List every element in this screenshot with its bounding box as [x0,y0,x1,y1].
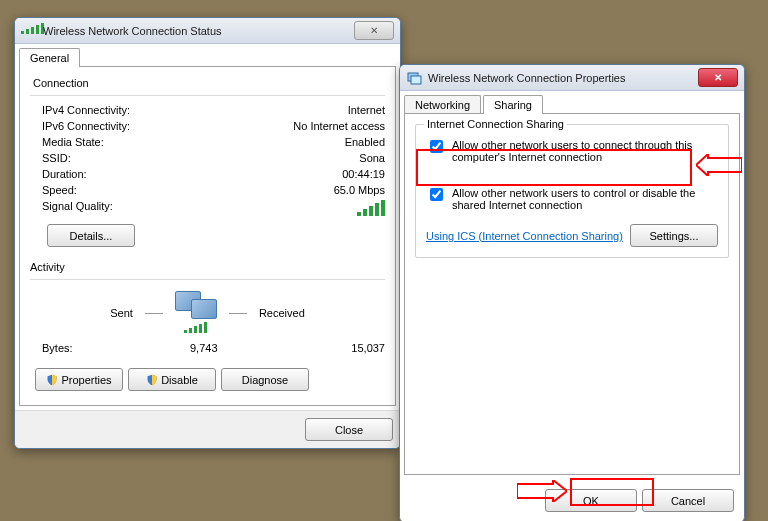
media-value: Enabled [345,136,385,148]
ipv6-value: No Internet access [293,120,385,132]
details-button[interactable]: Details... [47,224,135,247]
status-window: Wireless Network Connection Status ✕ Gen… [14,17,401,449]
activity-legend: Activity [30,261,385,273]
wifi-icon [21,23,37,39]
ics-link[interactable]: Using ICS (Internet Connection Sharing) [426,230,623,242]
shield-icon [46,374,58,386]
disable-button[interactable]: Disable [128,368,216,391]
allow-control-row: Allow other network users to control or … [426,184,718,214]
allow-control-label[interactable]: Allow other network users to control or … [452,187,718,211]
props-footer: OK Cancel [400,479,744,521]
duration-value: 00:44:19 [342,168,385,180]
ipv4-label: IPv4 Connectivity: [42,104,130,116]
monitors-icon [175,291,217,323]
ssid-value: Sona [359,152,385,164]
properties-window: Wireless Network Connection Properties ✕… [399,64,745,521]
speed-label: Speed: [42,184,77,196]
activity-group: Activity Sent Received Bytes: 9,743 15,0… [30,261,385,356]
tab-general[interactable]: General [19,48,80,67]
diagnose-button[interactable]: Diagnose [221,368,309,391]
properties-button[interactable]: Properties [35,368,123,391]
status-title: Wireless Network Connection Status [43,25,354,37]
sent-label: Sent [110,307,133,319]
ipv4-value: Internet [348,104,385,116]
ics-group: Internet Connection Sharing Allow other … [415,124,729,258]
allow-control-checkbox[interactable] [430,188,443,201]
duration-label: Duration: [42,168,87,180]
settings-button[interactable]: Settings... [630,224,718,247]
cancel-button[interactable]: Cancel [642,489,734,512]
signal-small-icon [184,322,207,333]
status-footer: Close [15,410,400,448]
speed-value: 65.0 Mbps [334,184,385,196]
status-tabs: General [15,44,400,67]
signal-label: Signal Quality: [42,200,113,216]
bytes-label: Bytes: [42,342,73,354]
connection-legend: Connection [30,77,385,89]
close-button[interactable]: ✕ [698,68,738,87]
status-content: Connection IPv4 Connectivity:Internet IP… [19,66,396,406]
allow-connect-row: Allow other network users to connect thr… [426,133,718,166]
close-button[interactable]: ✕ [354,21,394,40]
signal-bars-icon [357,200,385,216]
tab-networking[interactable]: Networking [404,95,481,114]
shield-icon [146,374,158,386]
status-titlebar[interactable]: Wireless Network Connection Status ✕ [15,18,400,44]
ipv6-label: IPv6 Connectivity: [42,120,130,132]
props-tabs: Networking Sharing [400,91,744,114]
allow-connect-label[interactable]: Allow other network users to connect thr… [452,139,718,163]
media-label: Media State: [42,136,104,148]
tab-sharing[interactable]: Sharing [483,95,543,114]
ok-button[interactable]: OK [545,489,637,512]
close-button-footer[interactable]: Close [305,418,393,441]
received-value: 15,037 [351,342,385,354]
props-title: Wireless Network Connection Properties [428,72,698,84]
network-icon [406,70,422,86]
ssid-label: SSID: [42,152,71,164]
props-titlebar[interactable]: Wireless Network Connection Properties ✕ [400,65,744,91]
connection-group: Connection IPv4 Connectivity:Internet IP… [30,77,385,247]
ics-legend: Internet Connection Sharing [424,118,567,130]
svg-rect-1 [411,76,421,84]
received-label: Received [259,307,305,319]
allow-connect-checkbox[interactable] [430,140,443,153]
props-content: Internet Connection Sharing Allow other … [404,113,740,475]
sent-value: 9,743 [190,342,218,354]
